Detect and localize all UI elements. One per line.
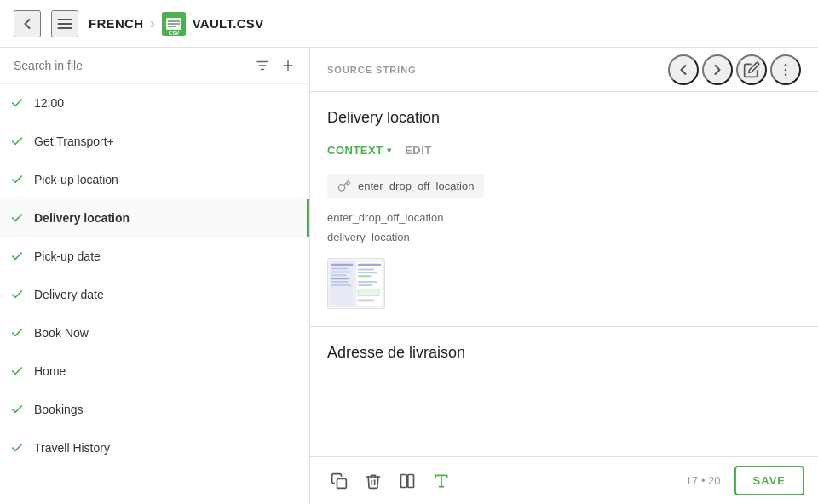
sidebar-item-pick-up-date[interactable]: Pick-up date	[0, 238, 309, 276]
sidebar-item-get-transport[interactable]: Get Transport+	[0, 123, 309, 161]
save-button[interactable]: SAVE	[734, 466, 804, 495]
svg-point-15	[785, 68, 787, 71]
sidebar-item-label: Travell History	[34, 441, 110, 455]
edit-button[interactable]	[736, 54, 767, 85]
sidebar-item-label: Bookings	[34, 403, 84, 416]
sidebar-item-book-now[interactable]: Book Now	[0, 314, 309, 352]
sidebar-item-label: Book Now	[34, 326, 89, 340]
svg-rect-28	[358, 263, 381, 266]
svg-rect-23	[331, 274, 346, 276]
svg-rect-38	[408, 474, 414, 487]
prev-button[interactable]	[668, 54, 699, 85]
svg-rect-33	[358, 284, 372, 286]
svg-rect-32	[358, 281, 377, 283]
svg-rect-7	[168, 26, 176, 27]
sidebar-check-icon	[10, 211, 24, 225]
svg-rect-36	[337, 478, 347, 488]
source-string-text: Delivery location	[327, 109, 801, 127]
sidebar-item-travell-history[interactable]: Travell History	[0, 429, 309, 467]
back-button[interactable]	[14, 10, 41, 37]
sidebar-search-bar	[0, 48, 309, 84]
key-badge-text: enter_drop_off_location	[358, 180, 474, 192]
svg-rect-6	[168, 23, 180, 25]
source-header-actions	[668, 54, 801, 85]
filter-icon[interactable]	[255, 58, 270, 73]
source-string-header: SOURCE STRING	[310, 48, 818, 92]
sidebar-check-icon	[10, 249, 24, 263]
sidebar-item-label: Delivery location	[34, 211, 130, 225]
sidebar-check-icon	[10, 135, 24, 148]
svg-point-14	[785, 63, 787, 66]
context-screenshot[interactable]	[327, 258, 385, 309]
delete-button[interactable]	[358, 466, 389, 496]
svg-rect-20	[331, 263, 353, 266]
svg-text:CSV: CSV	[168, 31, 178, 36]
tab-edit[interactable]: EDIT	[398, 140, 439, 160]
context-key-badge: enter_drop_off_location	[327, 174, 484, 198]
svg-rect-5	[168, 20, 180, 22]
translation-input[interactable]: Adresse de livraison	[327, 344, 801, 439]
sidebar: 12:00Get Transport+Pick-up locationDeliv…	[0, 48, 310, 504]
sidebar-search-actions	[255, 58, 296, 73]
split-button[interactable]	[392, 466, 423, 496]
file-item: CSV VAULT.CSV	[162, 12, 264, 36]
sidebar-item-home[interactable]: Home	[0, 352, 309, 391]
context-keys: enter_drop_off_location delivery_locatio…	[327, 208, 801, 248]
sidebar-item-delivery-date[interactable]: Delivery date	[0, 276, 309, 314]
app-header: FRENCH › CSV VAULT.CSV	[0, 0, 818, 48]
svg-point-16	[785, 73, 787, 76]
sidebar-item-label: Delivery date	[34, 288, 104, 301]
file-icon: CSV	[162, 12, 186, 36]
context-edit-tabs: CONTEXT ▾ EDIT	[327, 140, 801, 160]
copy-source-button[interactable]	[324, 466, 354, 496]
svg-rect-31	[358, 275, 372, 277]
sidebar-check-icon	[10, 288, 24, 301]
sidebar-item-12-00[interactable]: 12:00	[0, 84, 309, 123]
breadcrumb-filename: VAULT.CSV	[193, 16, 264, 31]
svg-rect-34	[358, 289, 379, 296]
format-button[interactable]	[426, 466, 457, 496]
sidebar-item-label: Pick-up location	[34, 173, 118, 186]
word-count: 17 • 20	[686, 474, 721, 487]
more-options-button[interactable]	[770, 54, 801, 85]
source-string-title: SOURCE STRING	[327, 65, 417, 75]
sidebar-check-icon	[10, 364, 24, 378]
breadcrumb: FRENCH › CSV VAULT.CSV	[89, 12, 263, 36]
svg-rect-21	[331, 267, 348, 269]
sidebar-item-label: Pick-up date	[34, 249, 101, 263]
svg-rect-22	[331, 271, 351, 272]
sidebar-list: 12:00Get Transport+Pick-up locationDeliv…	[0, 84, 309, 504]
sidebar-item-pick-up-location[interactable]: Pick-up location	[0, 161, 309, 199]
context-dropdown-arrow: ▾	[387, 146, 392, 155]
key-icon	[337, 179, 351, 192]
sidebar-item-label: 12:00	[34, 96, 64, 110]
sidebar-check-icon	[10, 173, 24, 186]
sidebar-item-delivery-location[interactable]: Delivery location	[0, 199, 309, 238]
breadcrumb-separator: ›	[150, 16, 154, 32]
bottom-toolbar: 17 • 20 SAVE	[310, 456, 818, 504]
svg-rect-30	[358, 272, 377, 273]
sidebar-item-label: Get Transport+	[34, 135, 114, 148]
breadcrumb-lang: FRENCH	[89, 16, 143, 31]
sidebar-item-label: Home	[34, 364, 66, 378]
main-layout: 12:00Get Transport+Pick-up locationDeliv…	[0, 48, 818, 504]
svg-rect-37	[401, 474, 407, 487]
add-icon[interactable]	[280, 58, 296, 73]
sidebar-check-icon	[10, 441, 24, 455]
search-input[interactable]	[14, 59, 255, 72]
tab-context[interactable]: CONTEXT ▾	[327, 140, 398, 160]
sidebar-check-icon	[10, 403, 24, 416]
sidebar-check-icon	[10, 96, 24, 110]
next-button[interactable]	[702, 54, 733, 85]
svg-rect-29	[358, 268, 374, 270]
svg-rect-26	[331, 284, 351, 286]
sidebar-item-bookings[interactable]: Bookings	[0, 391, 309, 429]
menu-button[interactable]	[51, 10, 78, 37]
right-panel: SOURCE STRING	[310, 48, 818, 504]
svg-rect-25	[331, 281, 348, 283]
svg-rect-27	[356, 261, 383, 306]
sidebar-check-icon	[10, 326, 24, 340]
svg-rect-35	[358, 299, 374, 301]
translation-area: Adresse de livraison	[310, 327, 818, 456]
svg-rect-24	[331, 278, 349, 279]
